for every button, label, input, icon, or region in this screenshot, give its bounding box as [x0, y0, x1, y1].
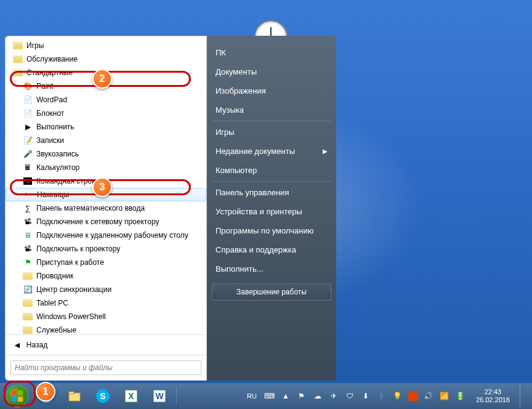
- tray-app-icon[interactable]: [408, 391, 418, 401]
- program-label: Центр синхронизации: [36, 285, 111, 294]
- program-item[interactable]: 🖩Калькулятор: [6, 161, 206, 174]
- program-label: Обслуживание: [26, 55, 78, 63]
- explorer-icon: [23, 271, 33, 281]
- tray-flag-icon[interactable]: ⚑: [296, 391, 307, 402]
- right-item-label: Устройства и принтеры: [216, 207, 302, 216]
- tray-battery-icon[interactable]: 🔋: [455, 391, 466, 402]
- program-label: Панель математического ввода: [36, 204, 145, 213]
- annotation-badge-1: 1: [36, 382, 55, 402]
- paint-icon: 🎨: [23, 81, 33, 91]
- start-menu-right-item[interactable]: Игры: [207, 123, 336, 142]
- program-label: Подключить к проектору: [36, 245, 120, 253]
- tray-keyboard-icon[interactable]: ⌨: [264, 391, 275, 402]
- start-menu-right-item[interactable]: Программы по умолчанию: [207, 221, 336, 240]
- tray-lightbulb-icon[interactable]: 💡: [392, 391, 403, 402]
- start-menu-right-item[interactable]: Панель управления: [207, 183, 336, 202]
- program-item[interactable]: Windows PowerShell: [6, 310, 206, 323]
- calc-icon: 🖩: [23, 163, 33, 172]
- svg-text:S: S: [100, 391, 105, 401]
- program-item[interactable]: Обслуживание: [6, 52, 206, 66]
- program-label: Игры: [26, 41, 44, 50]
- program-item[interactable]: 🎤Звукозапись: [6, 147, 206, 161]
- program-label: Windows PowerShell: [36, 312, 106, 321]
- annotation-badge-2: 2: [92, 69, 112, 89]
- shutdown-button[interactable]: Завершение работы: [212, 283, 331, 301]
- tray-network-icon[interactable]: 📶: [439, 391, 450, 402]
- taskbar-skype[interactable]: S: [89, 386, 116, 407]
- clock-date: 26.02.2018: [476, 396, 510, 404]
- annotation-badge-3: 3: [92, 177, 112, 197]
- program-label: Стандартные: [26, 68, 73, 77]
- taskbar-excel[interactable]: X: [118, 386, 145, 407]
- snip-icon: ✂: [23, 190, 33, 200]
- program-item[interactable]: 📽Подключение к сетевому проектору: [6, 215, 206, 229]
- program-item[interactable]: Игры: [6, 39, 206, 52]
- tray-shield-icon[interactable]: 🛡: [344, 391, 355, 402]
- search-input[interactable]: [10, 360, 201, 375]
- start-menu-right-item[interactable]: Устройства и принтеры: [207, 202, 336, 221]
- program-item[interactable]: 🖥Подключение к удаленному рабочему столу: [6, 229, 206, 242]
- program-item[interactable]: 📄WordPad: [6, 93, 206, 107]
- folder-icon: [13, 41, 23, 51]
- back-arrow-icon: ◄: [13, 340, 22, 350]
- notepad-icon: 📄: [23, 108, 33, 118]
- program-label: Блокнот: [36, 109, 64, 118]
- right-item-label: Справка и поддержка: [216, 245, 296, 254]
- back-button[interactable]: ◄ Назад: [6, 334, 206, 355]
- program-item[interactable]: ▶Выполнить: [6, 120, 206, 134]
- start-menu-right-item[interactable]: Выполнить...: [207, 259, 336, 278]
- sync-icon: 🔄: [23, 285, 33, 294]
- start-menu-right-item[interactable]: Недавние документы▶: [207, 142, 336, 161]
- language-indicator[interactable]: RU: [244, 392, 259, 400]
- tray-volume-icon[interactable]: 🔊: [423, 391, 434, 402]
- show-desktop-button[interactable]: [520, 384, 527, 408]
- program-label: Записки: [36, 136, 64, 145]
- start-menu-right-item[interactable]: Компьютер: [207, 161, 336, 180]
- program-label: Командная строка: [36, 177, 99, 185]
- folder-icon: [23, 312, 33, 322]
- taskbar-clock[interactable]: 22:43 26.02.2018: [471, 388, 515, 404]
- taskbar-word[interactable]: W: [146, 386, 173, 407]
- windows-orb-icon: [6, 385, 28, 407]
- right-item-label: Компьютер: [216, 166, 257, 175]
- start-menu-right-panel: ПКДокументыИзображенияМузыкаИгрыНедавние…: [207, 36, 336, 381]
- program-label: Tablet PC: [36, 299, 68, 307]
- svg-text:W: W: [155, 391, 164, 401]
- svg-rect-8: [18, 397, 23, 402]
- program-item[interactable]: Служебные: [6, 323, 206, 334]
- tray-cloud-icon[interactable]: ☁: [312, 391, 323, 402]
- program-label: Проводник: [36, 272, 73, 280]
- svg-text:X: X: [128, 391, 134, 401]
- start-menu-right-item[interactable]: Справка и поддержка: [207, 240, 336, 259]
- tray-bluetooth-icon[interactable]: ᛒ: [376, 391, 387, 402]
- program-item[interactable]: 📄Блокнот: [6, 107, 206, 120]
- start-menu-right-item[interactable]: Изображения: [207, 81, 336, 100]
- program-item[interactable]: 🔄Центр синхронизации: [6, 283, 206, 296]
- start-menu-right-item[interactable]: Музыка: [207, 100, 336, 119]
- folder-icon: [13, 54, 23, 64]
- program-item[interactable]: Проводник: [6, 269, 206, 283]
- submenu-arrow-icon: ▶: [323, 148, 328, 155]
- start-menu-right-item[interactable]: ПК: [207, 43, 336, 62]
- program-item[interactable]: 📽Подключить к проектору: [6, 242, 206, 256]
- program-item[interactable]: 📝Записки: [6, 134, 206, 147]
- program-label: Paint: [36, 82, 53, 91]
- program-label: Служебные: [36, 326, 76, 334]
- program-item[interactable]: ⚑Приступая к работе: [6, 256, 206, 269]
- tray-chevron-icon[interactable]: ▲: [280, 391, 291, 402]
- taskbar-explorer[interactable]: [61, 386, 88, 407]
- start-menu-right-item[interactable]: Документы: [207, 62, 336, 81]
- svg-rect-5: [12, 391, 17, 395]
- tray-arrow-down-icon[interactable]: ⬇: [360, 391, 371, 402]
- program-item[interactable]: Tablet PC: [6, 296, 206, 310]
- svg-rect-11: [69, 392, 74, 394]
- program-label: Ножницы: [37, 190, 69, 199]
- system-tray: RU ⌨ ▲ ⚑ ☁ ✈ 🛡 ⬇ ᛒ 💡 🔊 📶 🔋 22:43 26.02.2…: [244, 384, 530, 408]
- rdp-icon: 🖥: [23, 230, 33, 240]
- program-item[interactable]: ∑Панель математического ввода: [6, 201, 206, 215]
- math-icon: ∑: [23, 203, 33, 213]
- right-item-label: ПК: [216, 48, 226, 57]
- tray-telegram-icon[interactable]: ✈: [328, 391, 339, 402]
- start-button[interactable]: [2, 384, 32, 408]
- right-item-label: Игры: [216, 128, 235, 137]
